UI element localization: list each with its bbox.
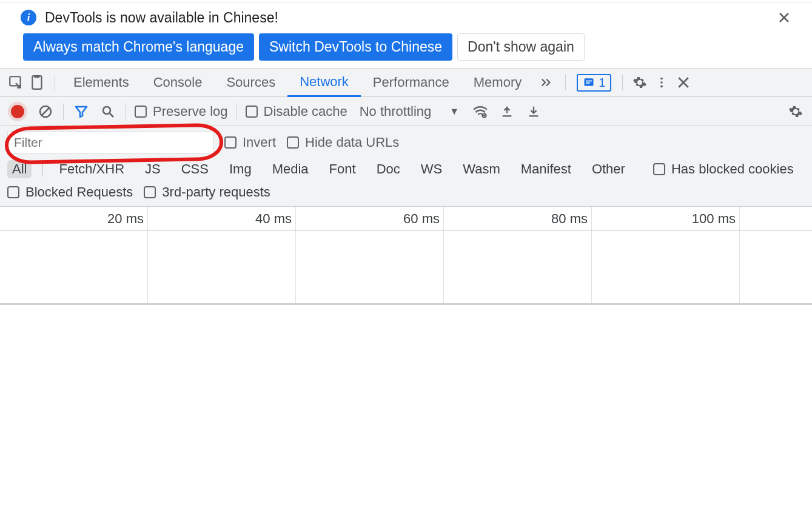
dont-show-again-button[interactable]: Don't show again — [457, 33, 585, 61]
third-party-requests-checkbox[interactable]: 3rd-party requests — [144, 184, 270, 200]
tab-elements[interactable]: Elements — [61, 69, 141, 96]
preserve-log-checkbox[interactable]: Preserve log — [135, 104, 228, 119]
blocked-requests-checkbox[interactable]: Blocked Requests — [7, 184, 133, 200]
timeline-body[interactable] — [0, 231, 812, 305]
inspect-element-icon[interactable] — [5, 69, 27, 96]
svg-point-8 — [661, 86, 663, 88]
chip-img[interactable]: Img — [224, 160, 257, 178]
chip-manifest[interactable]: Manifest — [516, 160, 576, 178]
timeline-tick: 80 ms — [444, 207, 592, 230]
resource-type-chips: All Fetch/XHR JS CSS Img Media Font Doc … — [7, 160, 805, 178]
devtools-tabbar: Elements Console Sources Network Perform… — [0, 68, 812, 97]
chip-css[interactable]: CSS — [176, 160, 213, 178]
language-info-banner: i DevTools is now available in Chinese! — [0, 3, 812, 30]
filter-input[interactable] — [7, 131, 213, 154]
timeline-tick: 40 ms — [148, 207, 296, 230]
close-devtools-icon[interactable] — [673, 69, 694, 96]
caret-down-icon: ▼ — [449, 106, 459, 117]
issues-badge[interactable]: 1 — [577, 74, 611, 92]
has-blocked-cookies-checkbox[interactable]: Has blocked cookies — [653, 161, 794, 177]
device-toggle-icon[interactable] — [27, 69, 49, 96]
issues-count: 1 — [599, 76, 605, 90]
invert-checkbox[interactable]: Invert — [224, 135, 276, 150]
filter-icon[interactable] — [72, 104, 90, 119]
clear-icon[interactable] — [36, 104, 55, 119]
svg-rect-2 — [35, 76, 40, 78]
filter-input-wrap — [7, 131, 213, 154]
svg-rect-4 — [586, 81, 592, 82]
chip-fetch-xhr[interactable]: Fetch/XHR — [54, 160, 129, 178]
svg-point-6 — [661, 78, 663, 80]
timeline-tick: 20 ms — [0, 207, 148, 230]
svg-rect-3 — [585, 78, 594, 86]
chip-font[interactable]: Font — [324, 160, 361, 178]
network-filter-bar: Invert Hide data URLs All Fetch/XHR JS C… — [0, 126, 812, 207]
timeline-header: 20 ms 40 ms 60 ms 80 ms 100 ms — [0, 207, 812, 231]
match-language-button[interactable]: Always match Chrome's language — [23, 33, 254, 61]
chip-js[interactable]: JS — [140, 160, 166, 178]
tab-performance[interactable]: Performance — [361, 69, 461, 96]
timeline-tick: 60 ms — [296, 207, 444, 230]
svg-point-10 — [103, 107, 110, 114]
search-icon[interactable] — [99, 104, 117, 119]
network-conditions-icon[interactable] — [471, 104, 489, 119]
chip-all[interactable]: All — [7, 160, 32, 178]
svg-point-7 — [661, 81, 663, 84]
svg-rect-5 — [586, 82, 590, 84]
record-button[interactable] — [11, 105, 24, 118]
close-icon[interactable] — [776, 9, 793, 26]
export-har-icon[interactable] — [525, 105, 543, 118]
network-toolbar: Preserve log Disable cache No throttling… — [0, 97, 812, 126]
chip-other[interactable]: Other — [587, 160, 630, 178]
tab-network[interactable]: Network — [287, 69, 361, 97]
settings-gear-icon[interactable] — [629, 69, 651, 96]
chip-ws[interactable]: WS — [416, 160, 447, 178]
throttling-select[interactable]: No throttling ▼ — [356, 104, 463, 119]
info-icon: i — [21, 10, 36, 25]
disable-cache-checkbox[interactable]: Disable cache — [246, 104, 347, 119]
tab-console[interactable]: Console — [141, 69, 215, 96]
banner-buttons: Always match Chrome's language Switch De… — [0, 30, 812, 68]
kebab-menu-icon[interactable] — [651, 69, 673, 96]
switch-language-button[interactable]: Switch DevTools to Chinese — [259, 33, 452, 61]
hide-data-urls-checkbox[interactable]: Hide data URLs — [287, 135, 399, 150]
chip-media[interactable]: Media — [267, 160, 314, 178]
more-tabs-icon[interactable] — [534, 76, 559, 89]
tab-sources[interactable]: Sources — [214, 69, 287, 96]
chip-wasm[interactable]: Wasm — [458, 160, 505, 178]
import-har-icon[interactable] — [498, 105, 516, 118]
svg-rect-0 — [10, 76, 20, 86]
timeline-tick: 100 ms — [592, 207, 740, 230]
banner-message: DevTools is now available in Chinese! — [45, 10, 278, 26]
chip-doc[interactable]: Doc — [372, 160, 405, 178]
timeline-tick — [740, 207, 812, 230]
network-settings-gear-icon[interactable] — [787, 104, 805, 119]
tab-memory[interactable]: Memory — [461, 69, 534, 96]
